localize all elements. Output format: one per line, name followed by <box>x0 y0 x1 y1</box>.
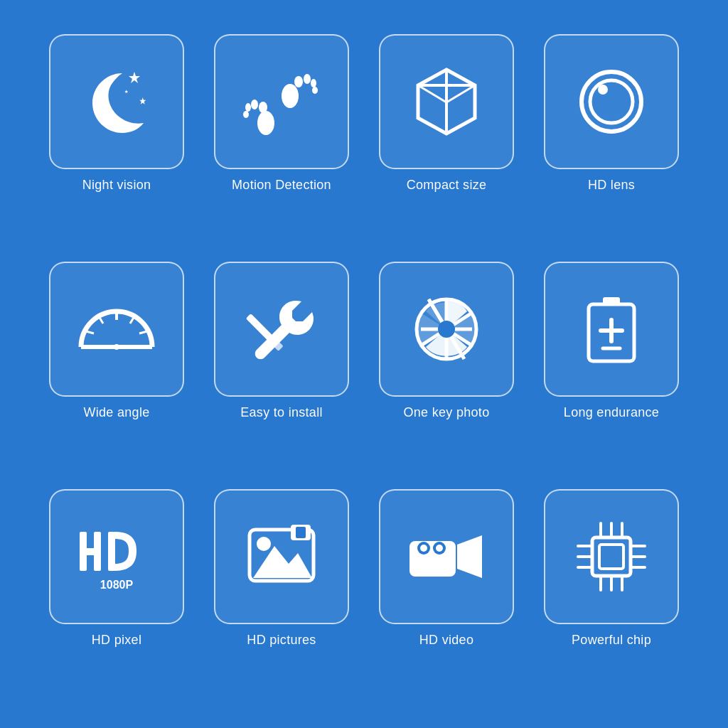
svg-text:HD: HD <box>417 562 433 574</box>
svg-point-21 <box>590 80 633 123</box>
hd-lens-label: HD lens <box>588 178 635 193</box>
hd-video-icon-box: HD <box>379 489 514 624</box>
svg-point-4 <box>259 102 267 113</box>
motion-detection-icon-box <box>214 34 349 169</box>
svg-marker-1 <box>139 97 146 105</box>
svg-point-46 <box>257 537 271 551</box>
svg-point-7 <box>243 111 249 118</box>
battery-icon <box>583 290 640 368</box>
hd-pixel-icon-box: 1080P <box>49 489 184 624</box>
lens-icon <box>572 63 651 141</box>
svg-rect-57 <box>599 545 623 569</box>
feature-wide-angle: Wide angle <box>43 262 191 466</box>
one-key-photo-icon-box <box>379 262 514 397</box>
svg-line-29 <box>139 331 147 333</box>
feature-motion-detection: Motion Detection <box>208 34 355 239</box>
feature-hd-video: HD HD video <box>373 489 520 694</box>
powerful-chip-icon-box <box>544 489 679 624</box>
svg-point-9 <box>294 76 303 87</box>
easy-install-icon-box <box>214 262 349 397</box>
svg-marker-2 <box>124 90 128 93</box>
svg-point-22 <box>598 85 608 95</box>
cube-icon <box>407 63 486 141</box>
hd-pixel-label: HD pixel <box>92 633 141 648</box>
chip-icon <box>572 518 651 596</box>
svg-point-51 <box>420 545 427 552</box>
feature-grid: Night vision Motion Detection <box>0 0 728 728</box>
feature-hd-pixel: 1080P HD pixel <box>43 489 191 694</box>
svg-marker-45 <box>253 546 312 578</box>
svg-rect-35 <box>603 297 620 306</box>
svg-point-8 <box>282 84 299 108</box>
feature-easy-install: Easy to install <box>208 262 355 466</box>
long-endurance-label: Long endurance <box>564 405 659 420</box>
footprints-icon <box>239 59 324 144</box>
svg-rect-41 <box>94 532 101 571</box>
feature-hd-pictures: HD pictures <box>208 489 355 694</box>
feature-long-endurance: Long endurance <box>537 262 685 466</box>
night-vision-icon-box <box>49 34 184 169</box>
feature-hd-lens: HD lens <box>537 34 685 239</box>
svg-rect-48 <box>296 527 306 538</box>
svg-text:1080P: 1080P <box>100 579 134 591</box>
svg-point-6 <box>245 103 251 112</box>
svg-marker-0 <box>129 72 140 83</box>
compact-size-label: Compact size <box>407 178 487 193</box>
motion-detection-label: Motion Detection <box>232 178 331 193</box>
hd-pictures-label: HD pictures <box>247 633 316 648</box>
svg-point-11 <box>311 79 316 87</box>
night-vision-label: Night vision <box>82 178 151 193</box>
svg-point-24 <box>114 344 119 350</box>
svg-rect-42 <box>108 532 115 571</box>
powerful-chip-label: Powerful chip <box>572 633 651 648</box>
wide-angle-label: Wide angle <box>83 405 149 420</box>
image-icon <box>242 521 321 592</box>
svg-point-12 <box>312 87 318 94</box>
svg-rect-30 <box>246 314 274 341</box>
svg-line-17 <box>418 85 446 102</box>
feature-one-key-photo: One key photo <box>373 262 520 466</box>
hd-video-label: HD video <box>419 633 473 648</box>
svg-marker-54 <box>457 535 482 578</box>
wide-angle-icon-box <box>49 262 184 397</box>
hd-pictures-icon-box <box>214 489 349 624</box>
hd-text-icon: 1080P <box>74 521 159 592</box>
tools-icon <box>242 290 321 368</box>
protractor-icon <box>74 290 159 368</box>
one-key-photo-label: One key photo <box>404 405 490 420</box>
svg-line-28 <box>86 331 94 333</box>
svg-point-10 <box>304 74 311 84</box>
feature-compact-size: Compact size <box>373 34 520 239</box>
svg-point-5 <box>251 100 258 109</box>
svg-point-3 <box>257 111 274 135</box>
aperture-icon <box>407 290 486 368</box>
svg-line-18 <box>446 85 475 102</box>
svg-point-53 <box>436 545 443 552</box>
feature-night-vision: Night vision <box>43 34 191 239</box>
hd-lens-icon-box <box>544 34 679 169</box>
svg-point-33 <box>438 321 455 338</box>
easy-install-label: Easy to install <box>240 405 323 420</box>
video-camera-icon: HD <box>404 521 489 592</box>
compact-size-icon-box <box>379 34 514 169</box>
feature-powerful-chip: Powerful chip <box>537 489 685 694</box>
moon-stars-icon <box>74 59 159 144</box>
long-endurance-icon-box <box>544 262 679 397</box>
